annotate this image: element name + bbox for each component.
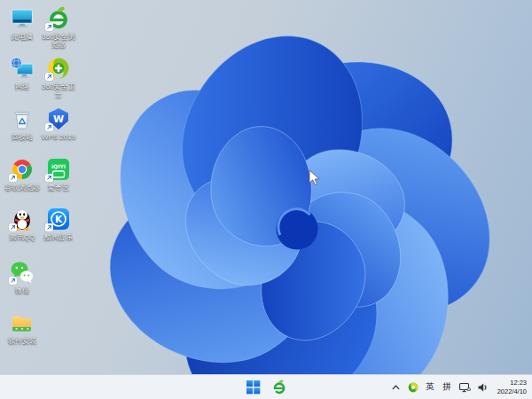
desktop-icon-label: 360安全浏览器 <box>39 33 78 49</box>
tray-chevron-up-icon[interactable] <box>391 378 402 397</box>
desktop-icon-label: 爱奇艺 <box>48 184 69 192</box>
wechat-icon <box>10 260 35 285</box>
taskbar-app-360-browser[interactable] <box>269 377 290 398</box>
desktop-icon-label: 腾讯QQ <box>10 233 35 241</box>
shortcut-arrow-icon <box>45 223 53 231</box>
taskbar-clock[interactable]: 12:23 2022/4/10 <box>495 379 529 395</box>
taskbar: 英 拼 12:23 2022/4/10 <box>0 374 532 399</box>
shortcut-arrow-icon <box>45 123 53 131</box>
desktop-icon-this-pc[interactable]: 此电脑 <box>3 6 42 41</box>
desktop-icon-label: WPS 2019 <box>42 133 75 141</box>
network-icon <box>10 56 35 81</box>
desktop-icon-label: 网络 <box>15 82 29 90</box>
shortcut-arrow-icon <box>9 277 17 285</box>
desktop-icon-network[interactable]: 网络 <box>3 56 42 90</box>
shortcut-arrow-icon <box>45 174 53 182</box>
ime-language-indicator[interactable]: 英 <box>425 378 435 397</box>
this-pc-icon <box>10 6 35 31</box>
svg-text:K: K <box>55 214 63 224</box>
desktop-icon-label: 360安全卫士 <box>39 82 78 98</box>
desktop-icon-qq[interactable]: 腾讯QQ <box>3 207 42 241</box>
desktop-icon-wechat[interactable]: 微信 <box>3 260 42 294</box>
system-tray: 英 拼 12:23 2022/4/10 <box>391 375 529 399</box>
desktop-icon-wps[interactable]: W WPS 2019 <box>39 106 78 141</box>
desktop-icon-software-folder[interactable]: 软件安装 <box>3 310 42 345</box>
desktop-icon-kugou[interactable]: K 酷狗音乐 <box>39 207 78 241</box>
qq-icon <box>10 207 35 231</box>
desktop-icon-iqiyi[interactable]: iQIYI 爱奇艺 <box>39 157 78 192</box>
desktop-icon-360-safe[interactable]: 360安全卫士 <box>39 56 78 98</box>
shortcut-arrow-icon <box>9 223 17 231</box>
wps-icon: W <box>46 106 71 131</box>
taskbar-pinned-apps <box>269 377 290 398</box>
360-safe-icon <box>46 56 71 81</box>
shortcut-arrow-icon <box>9 174 17 182</box>
desktop-icon-360-browser[interactable]: 360安全浏览器 <box>39 6 78 49</box>
tray-360-safety-icon[interactable] <box>408 378 419 397</box>
desktop-icon-chrome[interactable]: 谷歌浏览器 <box>3 157 42 192</box>
desktop-icon-label: 软件安装 <box>8 337 36 345</box>
tray-network-icon[interactable] <box>458 378 471 397</box>
software-folder-icon <box>10 310 35 335</box>
kugou-icon: K <box>46 207 71 231</box>
360-browser-icon <box>46 6 71 31</box>
svg-text:iQIYI: iQIYI <box>51 163 66 169</box>
chrome-icon <box>10 157 35 182</box>
desktop-icon-label: 回收站 <box>12 133 33 141</box>
ime-mode-indicator[interactable]: 拼 <box>442 378 452 397</box>
start-button[interactable] <box>242 377 263 398</box>
desktop-icon-label: 此电脑 <box>12 33 33 41</box>
wallpaper-bloom-image <box>0 0 532 374</box>
windows-logo-icon <box>246 379 261 395</box>
desktop-icon-label: 谷歌浏览器 <box>4 184 40 192</box>
iqiyi-icon: iQIYI <box>46 157 71 182</box>
clock-date: 2022/4/10 <box>497 387 527 396</box>
desktop: 此电脑 360安全浏览器 网络 360安全卫士 回收站 W WPS 2019 谷… <box>0 0 532 399</box>
desktop-icon-recycle-bin[interactable]: 回收站 <box>3 106 42 141</box>
svg-text:W: W <box>53 113 64 125</box>
recycle-bin-icon <box>10 106 35 131</box>
360-browser-icon <box>271 379 287 395</box>
taskbar-center-icons <box>242 375 290 399</box>
desktop-icon-label: 酷狗音乐 <box>44 233 73 241</box>
desktop-icon-label: 微信 <box>15 286 29 294</box>
shortcut-arrow-icon <box>45 73 53 81</box>
clock-time: 12:23 <box>510 379 527 387</box>
shortcut-arrow-icon <box>45 23 53 31</box>
tray-volume-icon[interactable] <box>477 378 489 397</box>
